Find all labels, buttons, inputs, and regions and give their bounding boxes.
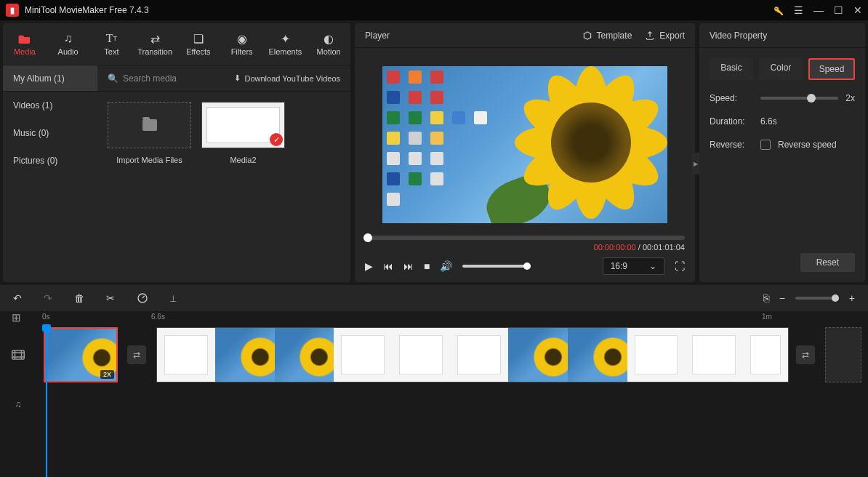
search-input[interactable]: 🔍 Search media xyxy=(97,65,224,91)
video-track-icon xyxy=(0,350,36,360)
tab-audio[interactable]: ♫ Audio xyxy=(47,23,90,65)
tab-filters[interactable]: ◉ Filters xyxy=(220,23,264,65)
aspect-ratio-select[interactable]: 16:9 ⌄ xyxy=(603,257,664,275)
svg-rect-1 xyxy=(12,350,25,359)
tab-text[interactable]: TT Text xyxy=(90,23,134,65)
undo-button[interactable]: ↶ xyxy=(13,292,22,304)
add-track-icon[interactable]: ⊞ xyxy=(0,311,21,324)
play-button[interactable]: ▶ xyxy=(365,260,373,272)
album-name[interactable]: My Album (1) xyxy=(3,65,97,91)
speed-badge: 2X xyxy=(100,370,114,379)
reverse-checkbox[interactable] xyxy=(760,140,771,150)
reverse-label: Reverse: xyxy=(710,140,753,150)
sidebar-item-pictures[interactable]: Pictures (0) xyxy=(3,147,97,175)
license-key-icon[interactable] xyxy=(773,5,784,15)
music-note-icon: ♫ xyxy=(64,32,73,45)
speed-tool-button[interactable] xyxy=(137,292,148,304)
media-item[interactable]: ✓ Media2 xyxy=(201,102,285,164)
next-frame-button[interactable]: ⏭ xyxy=(403,260,414,272)
tab-effects[interactable]: ❏ Effects xyxy=(177,23,220,65)
folder-icon xyxy=(18,32,31,45)
volume-slider[interactable] xyxy=(462,265,528,268)
transition-slot[interactable]: ⇄ xyxy=(796,345,815,364)
video-preview[interactable] xyxy=(382,66,667,223)
export-icon xyxy=(645,31,655,41)
empty-clip-slot[interactable] xyxy=(825,327,861,382)
tab-color[interactable]: Color xyxy=(759,58,803,80)
filters-icon: ◉ xyxy=(237,32,247,45)
speed-value: 2x xyxy=(845,93,855,103)
template-button[interactable]: Template xyxy=(582,31,632,41)
import-media-button[interactable]: Import Media Files xyxy=(108,102,191,164)
search-icon: 🔍 xyxy=(108,73,118,84)
fullscreen-button[interactable]: ⛶ xyxy=(675,260,685,272)
volume-icon[interactable]: 🔊 xyxy=(440,260,452,272)
audio-track-icon: ♫ xyxy=(0,399,36,409)
stop-button[interactable]: ■ xyxy=(424,260,430,272)
speed-label: Speed: xyxy=(710,93,753,103)
tab-speed[interactable]: Speed xyxy=(808,58,855,80)
media-panel: Media ♫ Audio TT Text ⇄ Transition ❏ Eff… xyxy=(3,23,350,282)
tab-elements[interactable]: ✦ Elements xyxy=(264,23,308,65)
title-bar: ▮ MiniTool MovieMaker Free 7.4.3 ☰ — ☐ ✕ xyxy=(0,0,868,20)
property-title: Video Property xyxy=(699,23,865,48)
timeline-ruler[interactable]: ⊞ 0s 6.6s 1m xyxy=(0,311,868,326)
fit-button[interactable]: ⎘ xyxy=(763,292,769,304)
crop-button[interactable]: ⟂ xyxy=(170,292,176,304)
reset-button[interactable]: Reset xyxy=(800,253,855,272)
menu-icon[interactable]: ☰ xyxy=(794,4,803,16)
speed-slider[interactable] xyxy=(760,97,838,100)
app-title: MiniTool MovieMaker Free 7.4.3 xyxy=(25,5,773,15)
download-icon: ⬇ xyxy=(234,73,241,83)
effects-icon: ❏ xyxy=(193,32,204,45)
check-icon: ✓ xyxy=(270,133,283,146)
delete-button[interactable]: 🗑 xyxy=(74,292,84,304)
seek-slider[interactable] xyxy=(365,236,685,240)
maximize-button[interactable]: ☐ xyxy=(834,4,843,16)
total-time: 00:01:01:04 xyxy=(643,243,685,252)
text-icon: TT xyxy=(106,32,117,45)
app-icon: ▮ xyxy=(6,4,19,17)
template-icon xyxy=(582,31,592,41)
motion-icon: ◐ xyxy=(324,32,334,45)
playhead[interactable] xyxy=(46,326,47,477)
duration-label: Duration: xyxy=(710,116,753,127)
export-button[interactable]: Export xyxy=(645,31,685,41)
tab-motion[interactable]: ◐ Motion xyxy=(307,23,350,65)
sidebar-item-music[interactable]: Music (0) xyxy=(3,119,97,147)
split-button[interactable]: ✂ xyxy=(106,292,115,304)
media-sidebar: Videos (1) Music (0) Pictures (0) xyxy=(3,92,97,282)
sidebar-item-videos[interactable]: Videos (1) xyxy=(3,92,97,119)
player-panel: Player Template Export xyxy=(355,23,695,282)
zoom-out-button[interactable]: − xyxy=(779,292,785,304)
timeline-panel: ↶ ↷ 🗑 ✂ ⟂ ⎘ − + ⊞ 0s 6.6s 1m xyxy=(0,285,868,474)
minimize-button[interactable]: — xyxy=(813,4,824,16)
folder-icon xyxy=(142,119,157,131)
chevron-down-icon: ⌄ xyxy=(649,261,656,271)
current-time: 00:00:00:00 xyxy=(594,243,636,252)
transition-icon: ⇄ xyxy=(150,32,160,45)
video-clip-2[interactable] xyxy=(156,327,789,382)
tab-basic[interactable]: Basic xyxy=(710,58,753,80)
close-button[interactable]: ✕ xyxy=(853,4,862,16)
download-youtube-button[interactable]: ⬇ Download YouTube Videos xyxy=(224,65,351,91)
time-separator: / xyxy=(636,243,643,252)
elements-icon: ✦ xyxy=(281,32,290,45)
redo-button[interactable]: ↷ xyxy=(44,292,52,304)
prev-frame-button[interactable]: ⏮ xyxy=(383,260,393,272)
tab-media[interactable]: Media xyxy=(3,23,47,65)
property-panel: ▶ Video Property Basic Color Speed Speed… xyxy=(699,23,865,282)
audio-track[interactable] xyxy=(36,387,868,422)
collapse-handle[interactable]: ▶ xyxy=(692,153,699,175)
transition-slot[interactable]: ⇄ xyxy=(127,345,146,364)
player-title: Player xyxy=(365,31,569,41)
zoom-in-button[interactable]: + xyxy=(849,292,855,304)
reverse-check-label: Reverse speed xyxy=(778,140,837,150)
tab-transition[interactable]: ⇄ Transition xyxy=(133,23,177,65)
duration-value: 6.6s xyxy=(760,116,777,127)
video-clip-1[interactable]: 2X xyxy=(44,327,118,382)
zoom-slider[interactable] xyxy=(795,297,839,300)
